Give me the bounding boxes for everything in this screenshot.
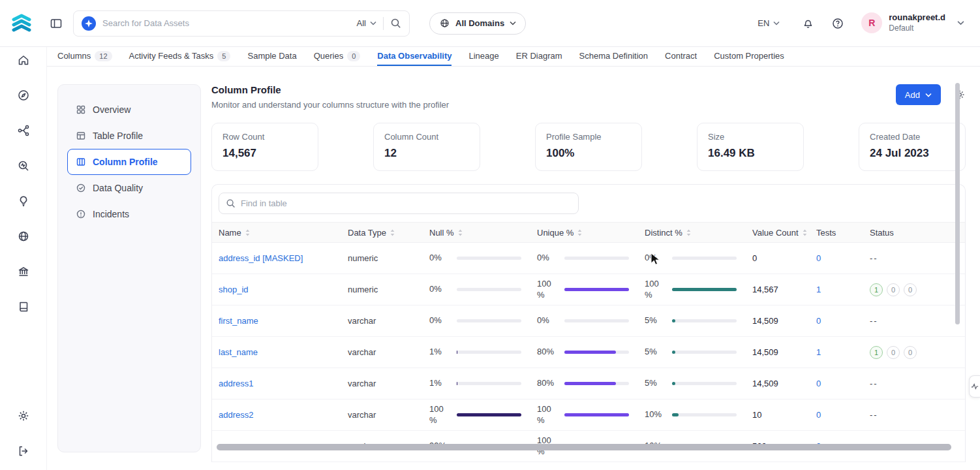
explore-icon[interactable] bbox=[17, 89, 30, 102]
tests-link[interactable]: 0 bbox=[816, 379, 821, 388]
col-header-null[interactable]: Null % bbox=[424, 228, 532, 238]
domains-dropdown[interactable]: All Domains bbox=[429, 12, 526, 35]
globe-icon bbox=[439, 18, 450, 29]
status-aborted-badge[interactable]: 0 bbox=[887, 283, 900, 296]
col-header-status: Status bbox=[865, 228, 965, 238]
entity-tabs: Columns12 Activity Feeds & Tasks5 Sample… bbox=[47, 47, 980, 67]
settings-gear-icon[interactable] bbox=[17, 409, 30, 422]
column-name-link[interactable]: first_name bbox=[219, 316, 258, 326]
nav-item-column-profile[interactable]: Column Profile bbox=[67, 149, 191, 175]
null-percent-cell: 100 % bbox=[424, 404, 532, 426]
col-header-data-type[interactable]: Data Type bbox=[343, 228, 424, 238]
glossary-book-icon[interactable] bbox=[17, 300, 30, 313]
distinct-progress-bar bbox=[672, 319, 737, 322]
tab-columns[interactable]: Columns12 bbox=[57, 47, 112, 66]
col-header-name[interactable]: Name bbox=[212, 228, 343, 238]
nav-item-incidents[interactable]: Incidents bbox=[67, 201, 191, 227]
help-icon[interactable] bbox=[831, 17, 844, 30]
user-team: Default bbox=[889, 24, 945, 34]
domains-label: All Domains bbox=[455, 18, 504, 28]
column-name-link[interactable]: address1 bbox=[219, 379, 253, 388]
tab-lineage[interactable]: Lineage bbox=[468, 47, 498, 66]
search-icon[interactable] bbox=[390, 18, 401, 29]
observability-content: Overview Table Profile Column Profile Da… bbox=[47, 67, 980, 470]
tab-data-observability[interactable]: Data Observability bbox=[377, 47, 452, 66]
right-panel-expander[interactable] bbox=[969, 375, 980, 398]
tab-custom-properties[interactable]: Custom Properties bbox=[714, 47, 784, 66]
unique-percent-cell: 80% bbox=[532, 378, 639, 389]
language-label: EN bbox=[758, 18, 769, 28]
nav-item-overview[interactable]: Overview bbox=[67, 97, 191, 123]
column-name-link[interactable]: address_id [MASKED] bbox=[219, 253, 303, 263]
column-name-link[interactable]: last_name bbox=[219, 347, 258, 357]
tab-queries[interactable]: Queries0 bbox=[314, 47, 361, 66]
logout-icon[interactable] bbox=[17, 445, 30, 458]
search-assist-icon[interactable] bbox=[82, 16, 96, 31]
govern-bank-icon[interactable] bbox=[17, 265, 30, 278]
tests-link[interactable]: 1 bbox=[816, 285, 821, 294]
unique-percent-cell: 80% bbox=[532, 347, 639, 358]
notifications-bell-icon[interactable] bbox=[802, 17, 814, 29]
insights-icon[interactable] bbox=[17, 195, 30, 208]
null-progress-bar bbox=[457, 319, 521, 322]
data-type-cell: varchar bbox=[343, 316, 424, 326]
distinct-percent-cell: 100 % bbox=[639, 279, 747, 301]
observability-icon[interactable] bbox=[17, 159, 30, 172]
tab-activity-feeds[interactable]: Activity Feeds & Tasks5 bbox=[129, 47, 231, 66]
home-icon[interactable] bbox=[17, 54, 30, 67]
nav-item-data-quality[interactable]: Data Quality bbox=[67, 175, 191, 201]
column-name-link[interactable]: address2 bbox=[219, 410, 253, 420]
find-in-table-input[interactable] bbox=[241, 198, 572, 208]
col-header-tests: Tests bbox=[811, 228, 865, 238]
col-header-distinct[interactable]: Distinct % bbox=[639, 228, 747, 238]
search-icon bbox=[226, 198, 236, 208]
value-count-cell: 14,509 bbox=[747, 347, 811, 357]
global-search-input[interactable] bbox=[102, 18, 350, 28]
vertical-scrollbar[interactable] bbox=[955, 83, 960, 324]
null-progress-bar bbox=[457, 257, 521, 260]
lineage-graph-icon[interactable] bbox=[17, 124, 30, 137]
horizontal-scrollbar[interactable] bbox=[217, 444, 951, 450]
distinct-percent-cell: 5% bbox=[639, 347, 747, 358]
table-row: shop_id numeric 0% 100 % 100 % 14,567 1 … bbox=[212, 274, 965, 306]
status-success-badge[interactable]: 1 bbox=[870, 346, 883, 359]
null-percent-cell: 1% bbox=[424, 378, 532, 389]
tab-contract[interactable]: Contract bbox=[665, 47, 697, 66]
language-dropdown[interactable]: EN bbox=[758, 18, 780, 28]
table-header-row: Name Data Type Null % Unique % Distinct … bbox=[212, 222, 965, 243]
status-cell: -- bbox=[865, 316, 965, 326]
tests-link[interactable]: 0 bbox=[816, 410, 821, 420]
status-failed-badge[interactable]: 0 bbox=[904, 283, 917, 296]
sidebar-toggle-icon[interactable] bbox=[50, 17, 63, 30]
unique-progress-bar bbox=[564, 257, 629, 260]
distinct-percent-cell: 5% bbox=[639, 315, 747, 326]
domains-globe-icon[interactable] bbox=[17, 230, 30, 243]
unique-percent-cell: 100 % bbox=[532, 404, 639, 426]
search-scope-label: All bbox=[357, 18, 366, 28]
status-failed-badge[interactable]: 0 bbox=[904, 346, 917, 359]
user-menu[interactable]: R rounakpreet.d Default bbox=[861, 12, 964, 33]
search-scope-dropdown[interactable]: All bbox=[357, 18, 376, 28]
col-header-unique[interactable]: Unique % bbox=[532, 228, 639, 238]
tests-link[interactable]: 0 bbox=[816, 253, 821, 263]
check-circle-icon bbox=[76, 183, 86, 193]
data-type-cell: varchar bbox=[343, 347, 424, 357]
tab-er-diagram[interactable]: ER Diagram bbox=[516, 47, 562, 66]
column-name-link[interactable]: shop_id bbox=[219, 285, 249, 294]
col-header-value-count[interactable]: Value Count bbox=[747, 228, 811, 238]
tests-link[interactable]: 1 bbox=[816, 347, 821, 357]
tests-link[interactable]: 0 bbox=[816, 316, 821, 326]
add-button[interactable]: Add bbox=[896, 84, 941, 105]
distinct-percent-cell: 5% bbox=[639, 378, 747, 389]
page-title: Column Profile bbox=[211, 84, 449, 95]
status-success-badge[interactable]: 1 bbox=[870, 283, 883, 296]
nav-item-table-profile[interactable]: Table Profile bbox=[67, 123, 191, 149]
alert-circle-icon bbox=[76, 209, 86, 219]
tab-sample-data[interactable]: Sample Data bbox=[247, 47, 296, 66]
tab-schema-definition[interactable]: Schema Definition bbox=[579, 47, 649, 66]
stat-column-count: Column Count 12 bbox=[373, 123, 480, 171]
status-aborted-badge[interactable]: 0 bbox=[887, 346, 900, 359]
status-cell: 100 bbox=[865, 283, 965, 296]
app-logo-icon[interactable] bbox=[10, 12, 33, 35]
tab-count-badge: 5 bbox=[217, 51, 230, 61]
